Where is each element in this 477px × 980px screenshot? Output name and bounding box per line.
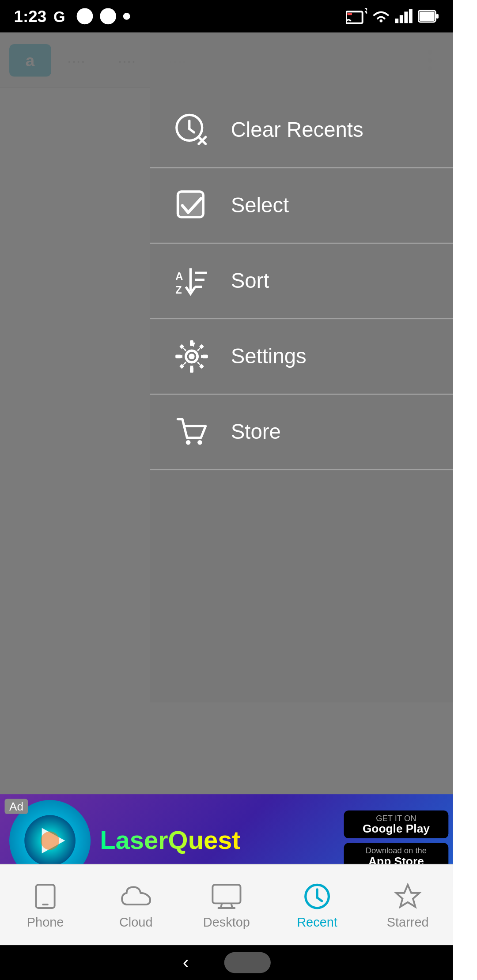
menu-spacer-bottom xyxy=(150,470,453,702)
svg-rect-28 xyxy=(189,340,193,346)
signal-icon xyxy=(395,9,413,23)
nav-item-phone[interactable]: Phone xyxy=(0,881,91,929)
status-dot xyxy=(123,13,130,20)
svg-rect-5 xyxy=(404,11,408,23)
cart-icon xyxy=(173,413,210,450)
cloud-icon xyxy=(121,881,151,911)
svg-point-37 xyxy=(197,440,202,445)
phone-icon xyxy=(30,881,60,911)
menu-item-settings[interactable]: Settings xyxy=(150,319,453,395)
svg-point-40 xyxy=(41,831,59,850)
google-play-badge[interactable]: GET IT ON Google Play xyxy=(344,810,449,838)
svg-rect-8 xyxy=(436,14,439,19)
clock-x-icon xyxy=(173,112,210,149)
svg-rect-3 xyxy=(395,19,398,23)
svg-rect-2 xyxy=(347,13,352,15)
nav-label-starred: Starred xyxy=(387,915,429,929)
back-button[interactable]: ‹ xyxy=(183,952,189,973)
svg-text:G: G xyxy=(53,8,65,24)
svg-rect-6 xyxy=(409,9,413,23)
ad-text: LaserQuest xyxy=(91,816,344,865)
gear-icon xyxy=(173,338,210,375)
svg-line-15 xyxy=(189,129,194,132)
nav-label-phone: Phone xyxy=(27,915,64,929)
dropdown-menu: Clear Recents Select A Z Sort xyxy=(150,33,453,703)
nav-item-starred[interactable]: Starred xyxy=(363,881,453,929)
battery-icon xyxy=(418,9,439,23)
status-bar: 1:23 G xyxy=(0,0,453,33)
home-button[interactable] xyxy=(224,952,270,973)
nav-item-recent[interactable]: Recent xyxy=(272,881,362,929)
desktop-icon xyxy=(212,881,242,911)
status-icon-circle1 xyxy=(77,8,93,24)
menu-spacer-top xyxy=(150,33,453,93)
checkbox-icon xyxy=(173,187,210,224)
system-nav-bar: ‹ xyxy=(0,945,453,980)
nav-item-desktop[interactable]: Desktop xyxy=(181,881,272,929)
svg-rect-4 xyxy=(400,15,403,23)
sort-az-icon: A Z xyxy=(173,262,210,299)
status-time: 1:23 xyxy=(14,7,47,26)
nav-item-cloud[interactable]: Cloud xyxy=(91,881,181,929)
svg-rect-30 xyxy=(175,355,181,358)
ad-label: Ad xyxy=(5,799,28,814)
svg-text:A: A xyxy=(175,271,182,282)
menu-label-store: Store xyxy=(231,420,281,444)
nav-label-recent: Recent xyxy=(297,915,337,929)
svg-rect-29 xyxy=(189,367,193,373)
svg-marker-50 xyxy=(396,885,420,907)
nav-label-cloud: Cloud xyxy=(119,915,153,929)
bottom-nav: Phone Cloud Desktop Rec xyxy=(0,864,453,945)
status-right xyxy=(346,8,439,24)
nav-label-desktop: Desktop xyxy=(203,915,250,929)
cast-icon xyxy=(346,8,367,24)
svg-text:Z: Z xyxy=(175,284,181,296)
svg-rect-43 xyxy=(212,885,240,903)
recent-clock-icon xyxy=(302,881,332,911)
wifi-icon xyxy=(372,9,390,23)
menu-item-store[interactable]: Store xyxy=(150,395,453,470)
google-play-sub: GET IT ON xyxy=(376,814,416,822)
menu-label-clear-recents: Clear Recents xyxy=(231,118,363,142)
svg-point-36 xyxy=(186,440,190,445)
menu-label-settings: Settings xyxy=(231,344,307,369)
store-badges[interactable]: GET IT ON Google Play Download on the Ap… xyxy=(344,810,449,871)
google-icon: G xyxy=(53,8,70,24)
ad-title: LaserQuest xyxy=(100,825,334,856)
svg-line-49 xyxy=(317,897,322,901)
star-icon xyxy=(393,881,423,911)
svg-point-27 xyxy=(189,354,194,359)
menu-label-sort: Sort xyxy=(231,269,269,293)
svg-rect-31 xyxy=(202,355,208,358)
menu-item-sort[interactable]: A Z Sort xyxy=(150,244,453,319)
google-play-label: Google Play xyxy=(363,822,430,835)
menu-item-clear-recents[interactable]: Clear Recents xyxy=(150,93,453,168)
app-store-sub: Download on the xyxy=(366,847,427,855)
svg-rect-9 xyxy=(420,11,435,21)
status-icon-circle2 xyxy=(100,8,116,24)
menu-item-select[interactable]: Select xyxy=(150,168,453,244)
status-left: 1:23 G xyxy=(14,7,130,26)
menu-label-select: Select xyxy=(231,193,289,218)
